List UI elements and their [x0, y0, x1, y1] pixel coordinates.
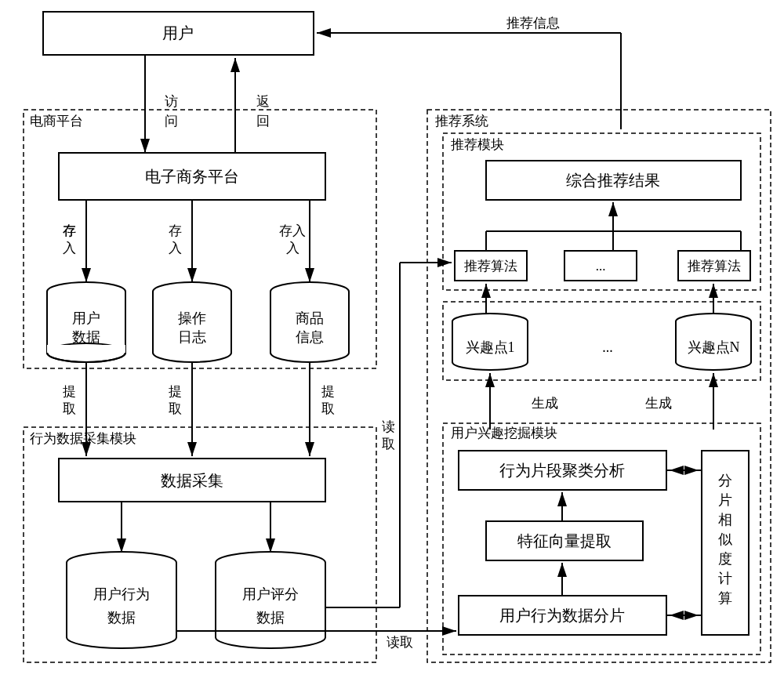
label-store-3: 存入	[279, 223, 306, 238]
svg-text:商品: 商品	[296, 310, 324, 326]
svg-text:存: 存	[63, 223, 76, 238]
svg-text:取: 取	[321, 401, 335, 416]
svg-text:生成: 生成	[645, 396, 672, 411]
data-collection-label: 数据采集	[161, 472, 223, 489]
svg-text:算: 算	[718, 590, 732, 606]
ecom-platform-label: 电子商务平台	[145, 168, 239, 185]
svg-text:用户: 用户	[72, 310, 100, 326]
svg-text:提: 提	[321, 384, 335, 399]
svg-text:取: 取	[169, 401, 182, 416]
svg-text:提: 提	[169, 384, 182, 399]
svg-text:数据: 数据	[107, 610, 136, 625]
combined-result-label: 综合推荐结果	[566, 172, 660, 189]
db-product-info: 商品 信息	[270, 282, 349, 362]
svg-text:取: 取	[382, 437, 395, 451]
label-access-2: 问	[165, 114, 178, 129]
svg-text:用户评分: 用户评分	[242, 586, 299, 602]
svg-text:用户行为: 用户行为	[93, 586, 150, 602]
svg-text:...: ...	[602, 339, 613, 355]
rec-system-label: 推荐系统	[435, 114, 488, 129]
db-user-rating: 用户评分 数据	[216, 552, 325, 648]
db-op-log: 操作 日志	[153, 282, 231, 362]
svg-text:日志: 日志	[178, 329, 206, 345]
svg-text:入: 入	[63, 241, 76, 256]
svg-text:入: 入	[169, 241, 182, 256]
db-user-data: 用户 数据	[47, 282, 125, 362]
label-return-2: 回	[256, 114, 270, 129]
svg-text:读取: 读取	[387, 635, 413, 650]
svg-rect-15	[47, 345, 125, 353]
db-poi1: 兴趣点1	[452, 314, 528, 370]
svg-text:存: 存	[169, 223, 182, 238]
db-poiN: 兴趣点N	[676, 314, 751, 370]
user-label: 用户	[162, 24, 194, 42]
svg-text:数据: 数据	[72, 329, 100, 345]
ecom-section-label: 电商平台	[30, 114, 83, 129]
db-user-behavior: 用户行为 数据	[67, 552, 176, 648]
svg-text:入: 入	[286, 241, 299, 256]
svg-text:特征向量提取: 特征向量提取	[517, 532, 612, 549]
interest-mining-label: 用户兴趣挖掘模块	[451, 426, 557, 441]
behavior-section-label: 行为数据采集模块	[30, 431, 136, 446]
label-recommend-info: 推荐信息	[506, 16, 560, 31]
svg-text:计: 计	[718, 571, 732, 586]
svg-text:度: 度	[718, 551, 732, 567]
svg-text:信息: 信息	[296, 329, 324, 345]
svg-text:行为片段聚类分析: 行为片段聚类分析	[499, 462, 625, 479]
svg-text:推荐算法: 推荐算法	[688, 259, 741, 274]
svg-text:似: 似	[718, 531, 732, 547]
svg-text:数据: 数据	[256, 610, 285, 625]
svg-text:推荐算法: 推荐算法	[464, 259, 517, 274]
svg-text:分: 分	[718, 473, 732, 488]
rec-module-label: 推荐模块	[451, 137, 504, 152]
svg-text:...: ...	[596, 259, 606, 274]
svg-text:相: 相	[718, 512, 732, 528]
svg-text:兴趣点1: 兴趣点1	[466, 339, 515, 355]
svg-text:操作: 操作	[178, 310, 206, 326]
svg-text:兴趣点N: 兴趣点N	[688, 339, 740, 355]
label-access-1: 访	[165, 94, 178, 109]
svg-text:取: 取	[63, 401, 76, 416]
svg-text:提: 提	[63, 384, 76, 399]
label-return-1: 返	[256, 94, 270, 109]
svg-text:读: 读	[382, 419, 395, 434]
svg-text:生成: 生成	[532, 396, 558, 411]
svg-text:片: 片	[718, 492, 732, 508]
svg-text:用户行为数据分片: 用户行为数据分片	[499, 607, 625, 624]
